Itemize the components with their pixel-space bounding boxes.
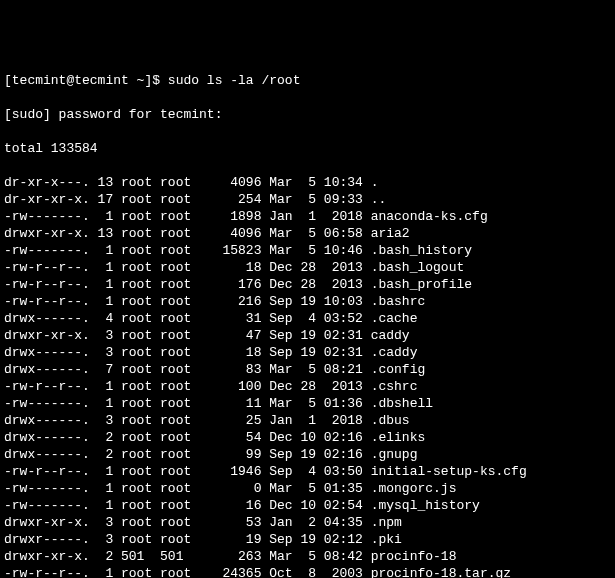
listing-row: drwx------. 4 root root 31 Sep 4 03:52 .… — [4, 310, 611, 327]
listing-row: -rw-------. 1 root root 15823 Mar 5 10:4… — [4, 242, 611, 259]
listing-row: -rw-r--r--. 1 root root 18 Dec 28 2013 .… — [4, 259, 611, 276]
file-listing: dr-xr-x---. 13 root root 4096 Mar 5 10:3… — [4, 174, 611, 578]
listing-row: dr-xr-x---. 13 root root 4096 Mar 5 10:3… — [4, 174, 611, 191]
listing-row: -rw-r--r--. 1 root root 24365 Oct 8 2003… — [4, 565, 611, 578]
listing-row: -rw-------. 1 root root 16 Dec 10 02:54 … — [4, 497, 611, 514]
listing-row: drwxr-xr-x. 2 501 501 263 Mar 5 08:42 pr… — [4, 548, 611, 565]
listing-row: drwx------. 7 root root 83 Mar 5 08:21 .… — [4, 361, 611, 378]
listing-row: drwx------. 3 root root 18 Sep 19 02:31 … — [4, 344, 611, 361]
listing-row: -rw-------. 1 root root 11 Mar 5 01:36 .… — [4, 395, 611, 412]
listing-row: -rw-r--r--. 1 root root 100 Dec 28 2013 … — [4, 378, 611, 395]
command-prompt-line: [tecmint@tecmint ~]$ sudo ls -la /root — [4, 72, 611, 89]
password-prompt: [sudo] password for tecmint: — [4, 106, 611, 123]
listing-row: drwxr-xr-x. 3 root root 47 Sep 19 02:31 … — [4, 327, 611, 344]
listing-row: -rw-r--r--. 1 root root 176 Dec 28 2013 … — [4, 276, 611, 293]
total-line: total 133584 — [4, 140, 611, 157]
listing-row: -rw-------. 1 root root 0 Mar 5 01:35 .m… — [4, 480, 611, 497]
listing-row: drwx------. 2 root root 54 Dec 10 02:16 … — [4, 429, 611, 446]
listing-row: -rw-------. 1 root root 1898 Jan 1 2018 … — [4, 208, 611, 225]
listing-row: drwx------. 3 root root 25 Jan 1 2018 .d… — [4, 412, 611, 429]
listing-row: dr-xr-xr-x. 17 root root 254 Mar 5 09:33… — [4, 191, 611, 208]
listing-row: drwxr-----. 3 root root 19 Sep 19 02:12 … — [4, 531, 611, 548]
listing-row: drwxr-xr-x. 13 root root 4096 Mar 5 06:5… — [4, 225, 611, 242]
listing-row: -rw-r--r--. 1 root root 216 Sep 19 10:03… — [4, 293, 611, 310]
listing-row: drwx------. 2 root root 99 Sep 19 02:16 … — [4, 446, 611, 463]
listing-row: drwxr-xr-x. 3 root root 53 Jan 2 04:35 .… — [4, 514, 611, 531]
listing-row: -rw-r--r--. 1 root root 1946 Sep 4 03:50… — [4, 463, 611, 480]
